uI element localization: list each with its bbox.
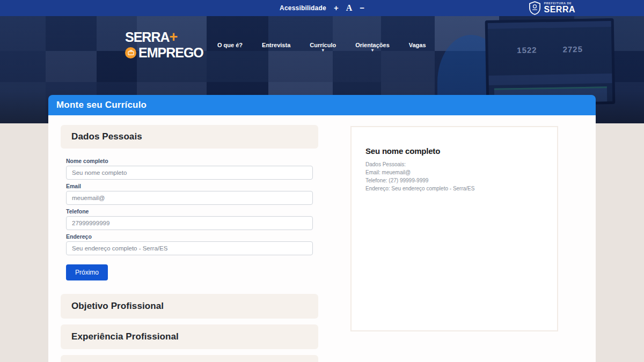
accordion-formacao[interactable]: Formação [61,355,318,362]
nome-completo-label: Nome completo [66,158,313,164]
font-size-icon[interactable]: A [346,0,353,16]
accordion-experiencia-profissional[interactable]: Experiência Profissional [61,324,318,349]
nav-item-o-que-e[interactable]: O que é? [217,42,243,52]
endereco-label: Endereço [66,233,313,240]
decrease-font-icon[interactable]: − [360,0,364,16]
cv-preview-panel: Seu nome completo Dados Pessoais: Email:… [350,126,558,331]
accessibility-bar: Acessibilidade + A − PREFEITURA DE SERRA [0,0,644,16]
nav-item-entrevista[interactable]: Entrevista [262,42,290,52]
chevron-down-icon [322,49,324,52]
shield-icon [529,1,540,15]
email-input[interactable] [66,191,313,205]
chevron-down-icon [371,49,374,52]
accessibility-controls: Acessibilidade + A − [280,0,364,16]
form-column: Dados Pessoais Nome completo Email Telef… [61,125,318,362]
briefcase-icon [125,47,136,58]
increase-font-icon[interactable]: + [334,0,339,16]
nav-item-orientacoes[interactable]: Orientações [355,42,390,52]
serra-emprego-logo[interactable]: SERRA+ EMPREGO [125,29,203,60]
section-dados-pessoais[interactable]: Dados Pessoais [61,125,318,149]
curriculo-builder-card: Dados Pessoais Nome completo Email Telef… [48,115,596,362]
field-telefone: Telefone [66,208,313,230]
field-email: Email [66,183,313,205]
page-title: Monte seu Currículo [56,100,147,110]
telefone-input[interactable] [66,216,313,230]
nav-label: Vagas [409,42,426,48]
nav-label: O que é? [217,42,243,48]
main-nav: O que é? Entrevista Currículo Orientaçõe… [217,42,426,52]
gov-logo-big-text: SERRA [544,5,575,14]
nav-item-curriculo[interactable]: Currículo [310,42,336,52]
preview-email: Email: meuemail@ [365,168,543,176]
accordion-title: Objetivo Profissional [71,301,164,311]
nome-completo-input[interactable] [66,166,313,180]
field-endereco: Endereço [66,233,313,255]
page-title-bar: Monte seu Currículo [48,95,596,115]
preview-telefone: Telefone: (27) 99999-9999 [365,176,543,184]
logo-plus-icon: + [170,29,178,45]
accordion-objetivo-profissional[interactable]: Objetivo Profissional [61,294,318,319]
nav-item-vagas[interactable]: Vagas [409,42,426,52]
preview-name: Seu nome completo [365,146,543,156]
preview-endereco: Endereço: Seu endereço completo - Serra/… [365,184,543,193]
endereco-input[interactable] [66,241,313,255]
preview-section-label: Dados Pessoais: [365,160,543,168]
next-button[interactable]: Próximo [66,264,108,280]
email-label: Email [66,183,313,189]
field-nome-completo: Nome completo [66,158,313,180]
gov-logo-small-text: PREFEITURA DE [544,2,575,5]
accessibility-label: Acessibilidade [280,4,326,12]
gov-logo-text: PREFEITURA DE SERRA [544,2,575,14]
accordion-title: Experiência Profissional [71,331,179,342]
prefeitura-serra-logo[interactable]: PREFEITURA DE SERRA [529,1,575,15]
logo-text-serra: SERRA [125,29,170,45]
nav-label: Entrevista [262,42,290,48]
dados-pessoais-form: Nome completo Email Telefone Endereço Pr… [61,149,318,288]
telefone-label: Telefone [66,208,313,215]
section-title: Dados Pessoais [71,131,142,142]
logo-text-emprego: EMPREGO [138,46,203,61]
